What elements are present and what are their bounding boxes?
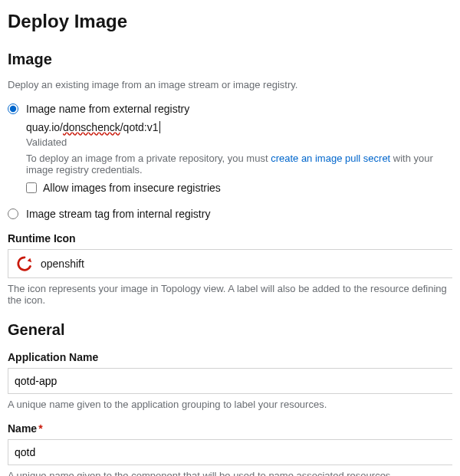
pull-secret-help: To deploy an image from a private reposi… <box>26 153 452 176</box>
runtime-icon-label: Runtime Icon <box>8 232 452 245</box>
allow-insecure-checkbox[interactable]: Allow images from insecure registries <box>26 182 452 194</box>
required-star-icon: * <box>38 422 42 435</box>
runtime-value: openshift <box>41 258 84 270</box>
image-name-mid: donschenck <box>63 121 120 133</box>
text-cursor <box>159 121 160 133</box>
application-name-input[interactable] <box>8 368 452 394</box>
radio-external-registry[interactable]: Image name from external registry <box>8 103 452 115</box>
image-name-input[interactable]: quay.io/donschenck/qotd:v1 <box>26 121 452 133</box>
radio-internal-label: Image stream tag from internal registry <box>26 208 210 220</box>
radio-external-label: Image name from external registry <box>26 103 189 115</box>
general-section-title: General <box>8 321 452 339</box>
radio-internal-input[interactable] <box>8 208 18 219</box>
openshift-icon <box>16 255 33 272</box>
runtime-description: The icon represents your image in Topolo… <box>8 283 452 306</box>
image-name-prefix: quay.io/ <box>26 121 63 133</box>
application-name-desc: A unique name given to the application g… <box>8 399 452 410</box>
name-input[interactable] <box>8 439 452 465</box>
allow-insecure-input[interactable] <box>26 182 37 193</box>
image-section-title: Image <box>8 51 452 68</box>
radio-external-input[interactable] <box>8 103 18 114</box>
radio-internal-registry[interactable]: Image stream tag from internal registry <box>8 208 452 220</box>
runtime-icon-select[interactable]: openshift <box>8 249 452 278</box>
validated-text: Validated <box>26 136 452 148</box>
allow-insecure-label: Allow images from insecure registries <box>43 182 221 194</box>
svg-marker-0 <box>28 258 31 263</box>
application-name-label: Application Name <box>8 351 452 363</box>
help-pre: To deploy an image from a private reposi… <box>26 153 271 164</box>
create-pull-secret-link[interactable]: create an image pull secret <box>271 153 390 164</box>
image-name-suffix: /qotd:v1 <box>120 121 159 133</box>
name-label-text: Name <box>8 422 37 435</box>
name-label: Name* <box>8 422 452 435</box>
image-section-description: Deploy an existing image from an image s… <box>8 79 452 90</box>
page-title: Deploy Image <box>8 11 452 32</box>
name-desc: A unique name given to the component tha… <box>8 470 452 476</box>
